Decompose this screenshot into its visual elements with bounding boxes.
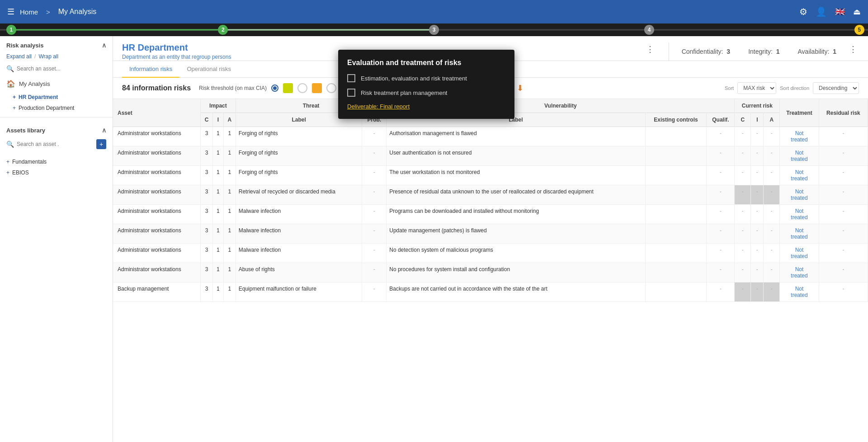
cell-asset: Administrator workstations [113, 224, 201, 244]
popup-label-1: Estimation, evaluation and risk treatmen… [361, 75, 467, 82]
ebios-label: EBIOS [12, 169, 29, 176]
cell-asset: Administrator workstations [113, 205, 201, 224]
table-row: Administrator workstations311Abuse of ri… [113, 263, 868, 282]
sort-select[interactable]: MAX risk [737, 82, 776, 94]
sidebar-item-hr[interactable]: + HR Department [13, 92, 113, 103]
popup-checkbox-1[interactable] [347, 74, 355, 82]
table-row: Administrator workstations311Malware inf… [113, 224, 868, 244]
integrity-item: Integrity: 1 [748, 48, 779, 55]
wrap-all-btn[interactable]: Wrap all [38, 53, 58, 60]
assets-search-input[interactable] [17, 141, 94, 147]
risk-analysis-label: Risk analysis [6, 42, 43, 49]
threshold-radio[interactable] [271, 85, 278, 92]
flag-icon[interactable]: 🇬🇧 [835, 7, 845, 17]
assets-section: + Fundamentals + EBIOS [0, 153, 113, 182]
sidebar-item-hr-label: HR Department [19, 94, 58, 100]
divider [669, 42, 669, 61]
cell-treatment[interactable]: Nottreated [780, 263, 819, 282]
risks-table: Asset Impact Threat Vulnerability Curren… [113, 99, 868, 302]
cell-treatment[interactable]: Nottreated [780, 166, 819, 185]
home-icon: 🏠 [6, 80, 15, 88]
dept-cia: Confidentiality: 3 Integrity: 1 Availabi… [682, 42, 836, 55]
evaluation-popup: Evaluation and treatment of risks Estima… [338, 50, 514, 119]
expand-all-btn[interactable]: Expand all [6, 53, 32, 60]
th-ri: I [751, 113, 764, 127]
my-analysis-label: My Analysis [19, 80, 50, 87]
progress-node-2[interactable]: 2 [218, 25, 228, 35]
th-impact: Impact [201, 99, 236, 113]
assets-library-label: Assets library [6, 127, 45, 134]
th-treatment: Treatment [780, 99, 819, 127]
user-icon[interactable]: 👤 [816, 6, 827, 17]
fundamentals-label: Fundamentals [12, 159, 47, 165]
my-analysis-nav[interactable]: 🏠 My Analysis [0, 76, 113, 92]
asset-ebios[interactable]: + EBIOS [0, 167, 113, 178]
home-link[interactable]: Home [20, 8, 38, 16]
swatch-yellow[interactable] [283, 83, 293, 93]
asset-fundamentals[interactable]: + Fundamentals [0, 156, 113, 167]
settings-icon[interactable]: ⚙ [799, 6, 807, 17]
cell-treatment[interactable]: Nottreated [780, 185, 819, 205]
table-row: Administrator workstations311Malware inf… [113, 205, 868, 224]
sidebar: Risk analysis ∧ Expand all / Wrap all 🔍 … [0, 36, 113, 442]
cell-asset: Administrator workstations [113, 166, 201, 185]
th-asset: Asset [113, 99, 201, 127]
popup-label-2: Risk treatment plan management [361, 89, 447, 96]
table-row: Administrator workstations311Retrieval o… [113, 185, 868, 205]
popup-title: Evaluation and treatment of risks [347, 59, 505, 67]
cell-treatment[interactable]: Nottreated [780, 282, 819, 302]
assets-chevron[interactable]: ∧ [102, 127, 106, 134]
popup-checkbox-2[interactable] [347, 89, 355, 97]
cell-asset: Administrator workstations [113, 185, 201, 205]
dept-menu-btn[interactable]: ⋮ [644, 42, 656, 56]
swatch-circle-2[interactable] [326, 83, 336, 93]
logout-icon[interactable]: ⏏ [853, 7, 861, 17]
risk-count: 84 information risks [122, 84, 191, 92]
risk-search-input[interactable] [17, 66, 106, 72]
hamburger-icon[interactable]: ☰ [7, 7, 14, 17]
cia-menu-btn[interactable]: ⋮ [847, 42, 859, 56]
page-title: My Analysis [58, 8, 96, 16]
risk-analysis-chevron[interactable]: ∧ [102, 42, 106, 49]
cell-treatment[interactable]: Nottreated [780, 127, 819, 146]
fundamentals-plus-icon: + [6, 159, 9, 165]
add-asset-button[interactable]: + [96, 139, 106, 149]
progress-node-3[interactable]: 3 [429, 25, 439, 35]
progress-node-1[interactable]: 1 [6, 25, 16, 35]
tab-information-risks[interactable]: Information risks [122, 61, 179, 78]
topbar-left: ☰ Home > My Analysis [7, 7, 96, 17]
ebios-plus-icon: + [6, 169, 9, 176]
assets-search-icon: 🔍 [6, 141, 14, 148]
cell-treatment[interactable]: Nottreated [780, 244, 819, 263]
progress-node-5[interactable]: 5 [854, 25, 864, 35]
confidentiality-item: Confidentiality: 3 [682, 48, 731, 55]
cell-asset: Backup management [113, 282, 201, 302]
assets-search-row: 🔍 + [0, 137, 113, 153]
cell-asset: Administrator workstations [113, 263, 201, 282]
table-row: Administrator workstations311Forging of … [113, 127, 868, 146]
risk-search-row: 🔍 [0, 63, 113, 76]
cell-asset: Administrator workstations [113, 127, 201, 146]
th-a: A [224, 113, 236, 127]
tab-operational-risks[interactable]: Operational risks [179, 61, 238, 78]
progress-node-4[interactable]: 4 [644, 25, 654, 35]
prod-plus-icon: + [13, 105, 16, 111]
popup-deliverable-link[interactable]: Deliverable: Final report [347, 103, 505, 110]
sort-dir-select[interactable]: Descending [813, 82, 859, 94]
cell-treatment[interactable]: Nottreated [780, 205, 819, 224]
sort-controls: Sort MAX risk Sort direction Descending [725, 82, 859, 94]
sidebar-item-prod[interactable]: + Production Department [13, 103, 113, 113]
cell-treatment[interactable]: Nottreated [780, 146, 819, 166]
threshold-label: Risk threshold (on max CIA) [199, 85, 267, 91]
th-current-risk: Current risk [735, 99, 780, 113]
swatch-circle-1[interactable] [297, 83, 307, 93]
th-qualif: Qualif. [707, 113, 735, 127]
nav-tree: + HR Department + Production Department [0, 92, 113, 113]
cell-treatment[interactable]: Nottreated [780, 224, 819, 244]
table-row: Administrator workstations311Forging of … [113, 166, 868, 185]
cell-asset: Administrator workstations [113, 146, 201, 166]
download-btn[interactable]: ⬇ [517, 83, 524, 93]
th-ra: A [764, 113, 780, 127]
swatch-orange[interactable] [312, 83, 322, 93]
th-i: I [212, 113, 223, 127]
